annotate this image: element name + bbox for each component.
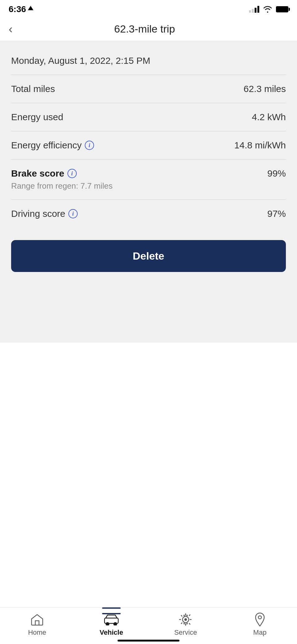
total-miles-value: 62.3 miles [243,84,286,94]
home-icon [29,613,45,626]
nav-item-service[interactable]: Service [170,613,201,637]
svg-point-4 [114,623,116,625]
stat-row-brake-score: Brake score i 99% Range from regen: 7.7 … [11,159,286,199]
brake-score-value: 99% [267,168,286,179]
nav-item-vehicle[interactable]: Vehicle [96,613,127,637]
nav-home-label: Home [28,629,46,637]
bottom-nav: Home Vehicle [0,607,297,644]
vehicle-icon [103,613,119,626]
energy-efficiency-info-icon[interactable]: i [85,141,94,150]
nav-active-indicator [102,607,121,609]
battery-icon [276,6,288,12]
nav-vehicle-label: Vehicle [100,629,123,637]
status-bar: 6:36 [0,0,297,17]
service-icon [178,613,194,626]
status-time: 6:36 [9,4,33,14]
driving-score-info-icon[interactable]: i [68,209,78,218]
energy-used-label: Energy used [11,112,63,122]
stat-row-total-miles: Total miles 62.3 miles [11,75,286,103]
driving-score-label: Driving score i [11,208,78,219]
brake-score-label: Brake score i [11,168,77,179]
nav-map-label: Map [253,629,267,637]
total-miles-label: Total miles [11,84,55,94]
wifi-icon [263,6,272,13]
home-indicator [118,640,179,642]
brake-score-subtext: Range from regen: 7.7 miles [11,181,113,191]
nav-item-home[interactable]: Home [22,613,53,637]
brake-score-info-icon[interactable]: i [67,169,77,178]
location-icon [28,6,33,13]
stat-row-energy-efficiency: Energy efficiency i 14.8 mi/kWh [11,131,286,159]
stat-row-driving-score: Driving score i 97% [11,199,286,228]
page-title: 62.3-mile trip [13,23,277,35]
stat-row-energy-used: Energy used 4.2 kWh [11,103,286,131]
nav-service-label: Service [174,629,197,637]
back-button[interactable]: ‹ [9,23,13,35]
main-content: Monday, August 1, 2022, 2:15 PM Total mi… [0,41,297,343]
nav-item-map[interactable]: Map [244,613,275,637]
energy-efficiency-value: 14.8 mi/kWh [234,140,286,151]
status-icons [249,6,288,13]
map-icon [252,613,268,626]
signal-icon [249,6,259,13]
driving-score-value: 97% [267,208,286,219]
svg-point-6 [185,619,187,620]
svg-point-2 [107,623,108,625]
svg-point-7 [258,616,261,619]
trip-date: Monday, August 1, 2022, 2:15 PM [11,49,286,75]
delete-button[interactable]: Delete [11,240,286,272]
energy-efficiency-label: Energy efficiency i [11,140,94,151]
energy-used-value: 4.2 kWh [252,112,286,122]
nav-header: ‹ 62.3-mile trip [0,17,297,41]
